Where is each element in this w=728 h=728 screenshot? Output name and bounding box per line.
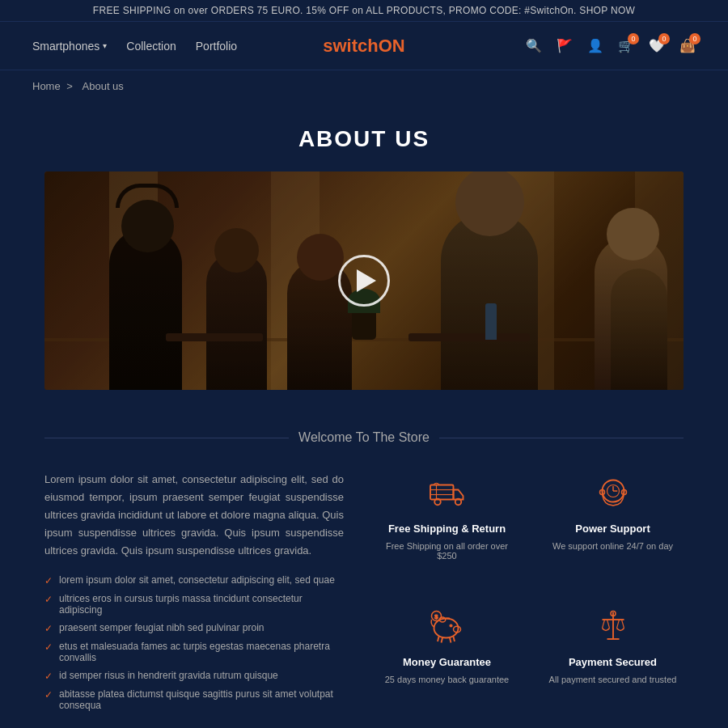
- nav-left: Smartphones ▾ Collection Portfolio: [32, 40, 237, 53]
- checklist: ✓lorem ipsum dolor sit amet, consectetur…: [44, 574, 344, 711]
- truck-icon: [425, 471, 470, 516]
- feature-money-guarantee: $ Money Guarantee 25 days money back gua…: [376, 604, 518, 712]
- play-triangle-icon: [357, 269, 376, 292]
- feature-payment-secured: Payment Secured All payment secured and …: [542, 604, 684, 712]
- header-icons: 🔍 🚩 👤 🛒 0 🤍 0 👜 0: [526, 38, 696, 53]
- feature-title-guarantee: Money Guarantee: [403, 656, 491, 668]
- play-button[interactable]: [338, 255, 390, 307]
- breadcrumb: Home > About us: [0, 70, 728, 102]
- wishlist-icon[interactable]: 🤍 0: [649, 38, 665, 53]
- svg-point-12: [434, 618, 458, 637]
- welcome-text-block: Lorem ipsum dolor sit amet, consectetur …: [44, 471, 344, 711]
- nav-collection[interactable]: Collection: [126, 40, 176, 53]
- account-icon[interactable]: 👤: [587, 38, 603, 53]
- checklist-item: ✓id semper risus in hendrerit gravida ru…: [44, 670, 344, 682]
- svg-line-25: [602, 620, 604, 629]
- feature-desc-support: We support online 24/7 on day: [552, 541, 673, 551]
- check-icon: ✓: [44, 671, 53, 682]
- main-content: ABOUT US: [0, 102, 728, 728]
- shield-balance-icon: [590, 604, 636, 650]
- checklist-item: ✓abitasse platea dictumst quisque sagitt…: [44, 688, 344, 711]
- svg-rect-0: [430, 485, 454, 500]
- feature-desc-payment: All payment secured and trusted: [549, 675, 677, 684]
- feature-free-shipping: Free Shipping & Return Free Shipping on …: [376, 471, 518, 588]
- svg-line-27: [616, 620, 619, 629]
- feature-desc-guarantee: 25 days money back guarantee: [385, 675, 510, 684]
- svg-line-17: [438, 637, 439, 641]
- search-icon[interactable]: 🔍: [526, 38, 542, 53]
- video-section[interactable]: [44, 171, 684, 390]
- page-title: ABOUT US: [0, 102, 728, 171]
- top-banner: FREE SHIPPING on over ORDERS 75 EURO. 15…: [0, 0, 728, 22]
- breadcrumb-separator: >: [66, 80, 75, 92]
- svg-line-28: [621, 620, 624, 629]
- welcome-description: Lorem ipsum dolor sit amet, consectetur …: [44, 471, 344, 560]
- check-icon: ✓: [44, 623, 53, 634]
- check-icon: ✓: [44, 689, 53, 700]
- checklist-item: ✓etus et malesuada fames ac turpis egest…: [44, 641, 344, 663]
- check-icon: ✓: [44, 641, 53, 653]
- checklist-item: ✓ultrices eros in cursus turpis massa ti…: [44, 593, 344, 616]
- svg-line-19: [450, 637, 451, 642]
- breadcrumb-home[interactable]: Home: [32, 80, 61, 92]
- banner-text: FREE SHIPPING on over ORDERS 75 EURO. 15…: [93, 5, 635, 16]
- feature-power-support: Power Support We support online 24/7 on …: [542, 471, 684, 588]
- cart-icon[interactable]: 🛒 0: [618, 38, 634, 53]
- feature-title-support: Power Support: [575, 523, 650, 535]
- check-icon: ✓: [44, 575, 53, 586]
- welcome-section: Welcome To The Store Lorem ipsum dolor s…: [44, 430, 684, 711]
- headset-icon: [590, 471, 636, 516]
- feature-title-shipping: Free Shipping & Return: [388, 523, 506, 535]
- checklist-item: ✓praesent semper feugiat nibh sed pulvin…: [44, 622, 344, 634]
- cart-badge: 0: [628, 33, 639, 44]
- piggy-icon: $: [425, 604, 470, 650]
- svg-line-20: [453, 637, 455, 641]
- check-icon: ✓: [44, 594, 53, 605]
- feature-title-payment: Payment Secured: [569, 656, 657, 668]
- bag-badge: 0: [689, 33, 700, 44]
- nav-smartphones[interactable]: Smartphones ▾: [32, 40, 107, 53]
- site-logo[interactable]: switchON: [323, 36, 404, 57]
- svg-line-18: [441, 637, 442, 642]
- checklist-item: ✓lorem ipsum dolor sit amet, consectetur…: [44, 574, 344, 586]
- features-grid: Free Shipping & Return Free Shipping on …: [376, 471, 684, 711]
- header: Smartphones ▾ Collection Portfolio switc…: [0, 22, 728, 70]
- svg-line-26: [607, 620, 609, 629]
- breadcrumb-current: About us: [83, 80, 124, 92]
- svg-text:$: $: [434, 613, 438, 620]
- chevron-down-icon: ▾: [103, 41, 107, 50]
- bag-icon[interactable]: 👜 0: [679, 38, 696, 53]
- svg-point-16: [450, 624, 452, 627]
- feature-desc-shipping: Free Shipping on all order over $250: [376, 541, 518, 561]
- wishlist-badge: 0: [658, 33, 670, 44]
- nav-portfolio[interactable]: Portfolio: [196, 40, 237, 53]
- video-overlay: [44, 171, 684, 390]
- flag-icon[interactable]: 🚩: [557, 38, 573, 53]
- welcome-content: Lorem ipsum dolor sit amet, consectetur …: [44, 471, 684, 711]
- welcome-title: Welcome To The Store: [44, 430, 684, 445]
